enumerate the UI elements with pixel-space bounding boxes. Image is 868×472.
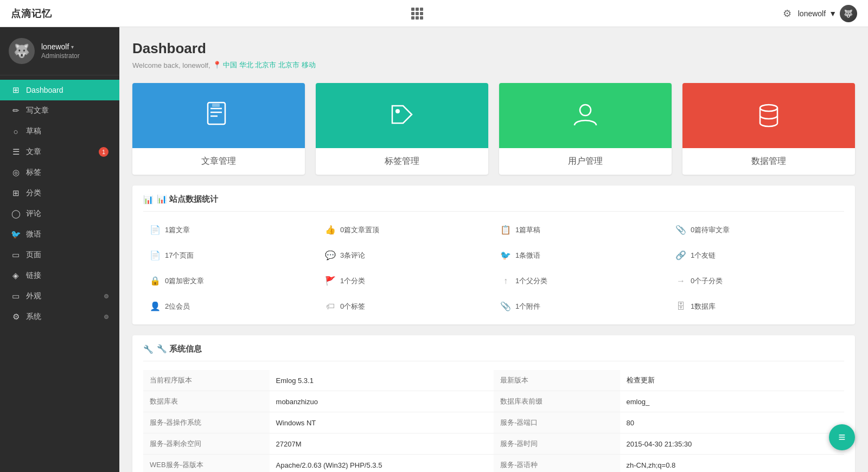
page-subtitle: Welcome back, lonewolf, 📍 中国 华北 北京市 北京市 … [132, 60, 855, 70]
comments-icon: ◯ [11, 209, 21, 219]
fab-button[interactable]: ≡ [829, 424, 855, 450]
sysinfo-icon: 🔧 [143, 345, 154, 354]
sysinfo-val: 检查更新 [620, 370, 844, 391]
card-articles-icon [132, 83, 305, 148]
stat-item: 🔗1个友链 [669, 246, 844, 265]
stat-item: 📋1篇草稿 [494, 220, 669, 239]
stat-text: 3条评论 [340, 251, 365, 260]
system-dot [104, 315, 108, 319]
stat-text: 0篇文章置顶 [340, 225, 379, 235]
stat-item: 📄1篇文章 [143, 220, 318, 239]
sidebar-profile: 🐺 lonewolf ▾ Administrator [0, 27, 119, 75]
grid-menu[interactable] [411, 8, 423, 20]
sysinfo-key: 数据库表 [143, 391, 270, 412]
sidebar-item-tags[interactable]: ◎ 标签 [0, 162, 119, 183]
stat-item: 👍0篇文章置顶 [318, 220, 494, 239]
sidebar-item-articles[interactable]: ☰ 文章 1 [0, 142, 119, 162]
stats-grid: 📄1篇文章👍0篇文章置顶📋1篇草稿📎0篇待审文章📄17个页面💬3条评论🐦1条微语… [143, 220, 844, 316]
topbar-right: ⚙ lonewolf ▼ 🐺 [783, 5, 857, 22]
layout: 🐺 lonewolf ▾ Administrator ⊞ Dashboard ✏… [0, 27, 868, 472]
card-tags[interactable]: 标签管理 [316, 83, 488, 175]
card-users[interactable]: 用户管理 [499, 83, 672, 175]
sysinfo-val: 27207M [270, 433, 494, 455]
sidebar-nav: ⊞ Dashboard ✏ 写文章 ○ 草稿 ☰ 文章 1 ◎ 标签 [0, 75, 119, 472]
stat-icon: 🔒 [150, 276, 161, 286]
sysinfo-val: Windows NT [270, 412, 494, 433]
cards-row: 文章管理 标签管理 用户管理 [132, 83, 855, 175]
stat-item: 📎1个附件 [494, 297, 669, 316]
drafts-icon: ○ [11, 127, 21, 136]
stats-section: 📊 📊 站点数据统计 📄1篇文章👍0篇文章置顶📋1篇草稿📎0篇待审文章📄17个页… [132, 186, 855, 324]
sidebar-item-label: Dashboard [26, 86, 108, 94]
stat-text: 2位会员 [165, 302, 190, 311]
stat-item: ↑1个父分类 [494, 271, 669, 290]
sidebar-item-links[interactable]: ◈ 链接 [0, 265, 119, 286]
sysinfo-val: Emlog 5.3.1 [270, 370, 494, 391]
svg-point-7 [760, 105, 777, 111]
sidebar-item-label: 写文章 [26, 106, 108, 116]
stat-icon: 🏷 [325, 302, 336, 311]
stat-text: 1个友链 [691, 251, 716, 260]
sysinfo-key: 最新版本 [494, 370, 620, 391]
sidebar-item-categories[interactable]: ⊞ 分类 [0, 183, 119, 203]
grid-icon[interactable] [411, 8, 423, 20]
stat-item: 🗄1数据库 [669, 297, 844, 316]
appearance-icon: ▭ [11, 291, 21, 301]
stat-item: 🔒0篇加密文章 [143, 271, 318, 290]
articles-badge: 1 [99, 147, 108, 157]
settings-icon[interactable]: ⚙ [783, 8, 792, 20]
stat-item: 🚩1个分类 [318, 271, 494, 290]
sysinfo-key: WEB服务-器版本 [143, 455, 270, 473]
sysinfo-key: 数据库表前缀 [494, 391, 620, 412]
card-data[interactable]: 数据管理 [682, 83, 855, 175]
stat-text: 1数据库 [691, 302, 716, 311]
stat-icon: 📎 [500, 301, 511, 311]
stat-text: 1个附件 [515, 302, 540, 311]
stat-item: →0个子分类 [669, 271, 844, 290]
sidebar-item-weibo[interactable]: 🐦 微语 [0, 224, 119, 245]
stat-item: 🐦1条微语 [494, 246, 669, 265]
topbar-user[interactable]: lonewolf ▼ 🐺 [798, 5, 857, 22]
sysinfo-key: 服务-器时间 [494, 433, 620, 455]
sidebar-item-dashboard[interactable]: ⊞ Dashboard [0, 80, 119, 100]
links-icon: ◈ [11, 271, 21, 280]
sidebar-item-drafts[interactable]: ○ 草稿 [0, 121, 119, 142]
profile-avatar: 🐺 [9, 38, 35, 64]
sidebar-item-label: 标签 [26, 168, 108, 177]
card-data-label: 数据管理 [682, 148, 855, 175]
sysinfo-key: 服务-器端口 [494, 412, 620, 433]
sidebar-item-comments[interactable]: ◯ 评论 [0, 203, 119, 224]
sidebar-item-label: 外观 [26, 291, 99, 301]
stat-item: 📄17个页面 [143, 246, 318, 265]
card-articles[interactable]: 文章管理 [132, 83, 305, 175]
sidebar-item-label: 系统 [26, 312, 99, 322]
sysinfo-val: 80 [620, 412, 844, 433]
stat-icon: 🚩 [325, 276, 336, 286]
sidebar-item-system[interactable]: ⚙ 系统 [0, 307, 119, 327]
stat-text: 17个页面 [165, 251, 194, 260]
profile-dropdown-arrow[interactable]: ▾ [71, 44, 74, 50]
stat-text: 0篇加密文章 [165, 276, 204, 286]
sysinfo-val: 2015-04-30 21:35:30 [620, 433, 844, 455]
stat-text: 0篇待审文章 [691, 225, 730, 235]
stats-bar-icon: 📊 [143, 195, 154, 205]
profile-name: lonewolf ▾ [41, 42, 80, 51]
page-title: Dashboard [132, 40, 855, 57]
svg-point-5 [395, 109, 400, 113]
sidebar-item-label: 评论 [26, 209, 108, 219]
sysinfo-key: 服务-器剩余空间 [143, 433, 270, 455]
stat-icon: 📄 [150, 225, 161, 235]
stat-item: 📎0篇待审文章 [669, 220, 844, 239]
stat-icon: 🔗 [675, 250, 686, 260]
stat-text: 1条微语 [515, 251, 540, 260]
stat-icon: 🗄 [675, 302, 686, 311]
logo: 点滴记忆 [11, 7, 52, 20]
stat-icon: 💬 [325, 250, 336, 260]
sidebar-item-appearance[interactable]: ▭ 外观 [0, 286, 119, 307]
stat-item: 💬3条评论 [318, 246, 494, 265]
sidebar-item-label: 草稿 [26, 126, 108, 136]
stat-icon: ↑ [500, 276, 511, 286]
sidebar-item-pages[interactable]: ▭ 页面 [0, 245, 119, 265]
sidebar-item-write-post[interactable]: ✏ 写文章 [0, 100, 119, 121]
stat-text: 1篇文章 [165, 225, 190, 235]
